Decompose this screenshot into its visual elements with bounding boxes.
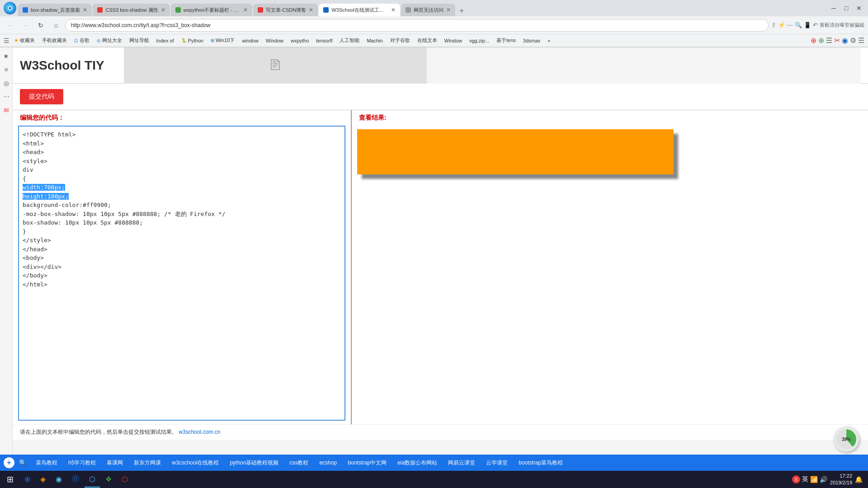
search-icon[interactable]: 🔍: [795, 22, 802, 28]
bottom-fav-ecshop[interactable]: ecshop: [315, 458, 341, 467]
bottom-favorites-bar: + 🔍 菜鸟教程 h5学习教程 幕课网 新东方网课 w3cschool在线教程 …: [0, 455, 868, 471]
tab6-close[interactable]: ✕: [446, 7, 451, 13]
maximize-button[interactable]: □: [841, 3, 852, 14]
tab-csdn[interactable]: 写文章-CSDN博客 ✕: [253, 4, 318, 16]
extension5-icon[interactable]: ◉: [842, 36, 848, 45]
refresh-button[interactable]: ↻: [34, 19, 47, 32]
code-line-11: box-shadow: 10px 10px 5px #888888;: [23, 218, 341, 227]
bottom-fav-yunxue[interactable]: 云学课堂: [481, 458, 512, 468]
taskbar-item-browser[interactable]: ⬡: [85, 471, 100, 488]
extension3-icon[interactable]: ☰: [826, 36, 832, 45]
extension4-icon[interactable]: ✂: [834, 36, 840, 45]
back-button[interactable]: ←: [4, 19, 16, 32]
bookmark-3dsmax[interactable]: 3dsmax: [520, 37, 543, 44]
taskbar-item-1[interactable]: ⊕: [20, 471, 35, 488]
tab4-close[interactable]: ✕: [309, 7, 313, 13]
phone-icon[interactable]: 📱: [804, 22, 811, 28]
taskbar-speaker-icon[interactable]: 🔊: [820, 476, 827, 483]
taskbar-clock[interactable]: 17:22 2019/2/19: [830, 473, 852, 487]
bookmark-nav[interactable]: 网址导航: [127, 36, 152, 45]
tab-box-shadow-baidu[interactable]: box-shadow_百度搜索 ✕: [18, 4, 92, 16]
extension1-icon[interactable]: ⊕: [811, 36, 816, 45]
tab5-close[interactable]: ✕: [391, 7, 396, 13]
taskbar-item-3[interactable]: ◉: [51, 471, 66, 488]
bookmark-favorites[interactable]: ★ 收藏夹: [11, 36, 38, 45]
sidebar-eye-icon[interactable]: ◎: [1, 78, 11, 88]
bottom-fav-search[interactable]: 🔍: [16, 458, 29, 467]
new-tab-button[interactable]: +: [456, 5, 467, 16]
bookmark-window3[interactable]: Window: [442, 37, 465, 44]
bottom-fav-python-tut[interactable]: python基础教程视频: [225, 458, 283, 468]
bottom-fav-w3cschool[interactable]: w3cschool在线教程: [167, 458, 223, 468]
address-bar: ← → ↻ ⌂ http://www.w3school.com.cn/tiy/t…: [0, 16, 868, 34]
more-icon[interactable]: ⋯: [787, 22, 793, 28]
toolbar-search-icon[interactable]: ⚙: [850, 36, 856, 45]
lightning-icon[interactable]: ⚡: [778, 22, 785, 28]
bookmark-more[interactable]: »: [545, 37, 553, 44]
taskbar-item-5[interactable]: ❖: [101, 471, 116, 488]
bookmark-google[interactable]: G 谷歌: [71, 36, 92, 45]
taskbar-item-6[interactable]: ⬡: [117, 471, 132, 488]
forward-button[interactable]: →: [19, 19, 32, 32]
bottom-fav-h5[interactable]: h5学习教程: [64, 458, 100, 468]
tab2-close[interactable]: ✕: [161, 7, 165, 13]
bookmark-ai[interactable]: 人工智能: [337, 36, 362, 45]
submit-code-button[interactable]: 提交代码: [20, 89, 63, 104]
tab-no-access[interactable]: 网页无法访问 ✕: [401, 4, 455, 16]
bottom-fav-bootstrap[interactable]: bootstrap中文网: [343, 458, 391, 468]
bookmark-google2[interactable]: 对于谷歌: [387, 36, 413, 45]
bookmark-window1[interactable]: window: [239, 37, 261, 44]
home-button[interactable]: ⌂: [50, 19, 62, 32]
bottom-fav-eia[interactable]: eia数据公布网站: [393, 458, 442, 468]
bottom-fav-xdf[interactable]: 新东方网课: [129, 458, 165, 468]
tab-css3-boxshadow[interactable]: CSS3 box-shadow 属性 ✕: [93, 4, 170, 16]
tab-wxpython[interactable]: wxpython不要标题栏 - weixin_... ✕: [171, 4, 252, 16]
bookmark-favorites-label: 收藏夹: [20, 37, 35, 44]
bookmark-python[interactable]: 🐍 Python: [179, 37, 206, 44]
bottom-fav-cainiao[interactable]: 菜鸟教程: [31, 458, 62, 468]
taskbar-notification-icon[interactable]: 🔔: [855, 476, 863, 483]
bookmark-tensorflow[interactable]: tensorfl: [313, 37, 335, 44]
bottom-fav-mooc[interactable]: 幕课网: [102, 458, 127, 468]
bookmark-vgg[interactable]: vgg.zip...: [467, 37, 492, 44]
google-icon: G: [74, 38, 78, 43]
bookmark-wxpytho[interactable]: wxpytho: [288, 37, 311, 44]
bottom-fav-css[interactable]: css教程: [285, 458, 313, 468]
bookmark-netaddr-label: 网址大全: [102, 37, 122, 44]
add-favorite-button[interactable]: +: [4, 457, 14, 468]
start-button[interactable]: ⊞: [2, 471, 18, 488]
sidebar-list-icon[interactable]: ≡: [1, 65, 11, 75]
bookmark-win10[interactable]: ⊞ Win10下: [208, 36, 237, 45]
tab-w3school-active[interactable]: W3School在线测试工具 V2 ✕: [319, 4, 400, 16]
bookmark-mobile[interactable]: 手机收藏夹: [39, 36, 70, 45]
share-icon[interactable]: ⇧: [771, 22, 776, 28]
sidebar-star-icon[interactable]: ★: [1, 51, 11, 61]
bottom-fav-wyykt[interactable]: 网易云课堂: [443, 458, 480, 468]
sidebar-toggle[interactable]: ☰: [4, 37, 9, 44]
taskbar-item-2[interactable]: ◈: [36, 471, 50, 488]
network-widget[interactable]: 39%: [834, 427, 859, 452]
sidebar-mail-icon[interactable]: ✉: [1, 105, 11, 115]
undo-icon[interactable]: ↶: [813, 22, 818, 28]
footer-link[interactable]: w3school.com.cn: [179, 429, 220, 435]
bottom-fav-bootstrap2[interactable]: bootstrap菜鸟教程: [514, 458, 567, 468]
bookmark-tens[interactable]: 基于tens: [494, 36, 519, 45]
minimize-button[interactable]: ─: [828, 3, 839, 14]
tab1-close[interactable]: ✕: [83, 7, 87, 13]
sidebar-dots-icon[interactable]: ⋯: [1, 92, 11, 102]
tab3-close[interactable]: ✕: [243, 7, 248, 13]
bookmark-machin[interactable]: Machin: [364, 37, 385, 44]
taskbar-sys-s-icon[interactable]: S: [792, 475, 800, 483]
taskbar-lang-icon[interactable]: 英: [802, 475, 808, 483]
code-editor[interactable]: <!DOCTYPE html> <html> <head> <style> di…: [18, 126, 345, 421]
bookmark-Window2[interactable]: Window: [263, 37, 286, 44]
close-button[interactable]: ✕: [854, 3, 864, 14]
toolbar-menu-icon[interactable]: ☰: [858, 36, 864, 45]
extension2-icon[interactable]: ⊕: [818, 36, 824, 45]
taskbar-wifi-icon[interactable]: 📶: [810, 476, 818, 483]
taskbar-item-4[interactable]: ⓔ: [67, 471, 84, 488]
bookmark-netaddr[interactable]: ◎ 网址大全: [94, 36, 125, 45]
bookmark-online-text[interactable]: 在线文本: [415, 36, 440, 45]
bookmark-indexof[interactable]: Index of: [154, 37, 177, 44]
url-bar[interactable]: http://www.w3school.com.cn/tiy/t.asp?f=c…: [65, 19, 769, 32]
